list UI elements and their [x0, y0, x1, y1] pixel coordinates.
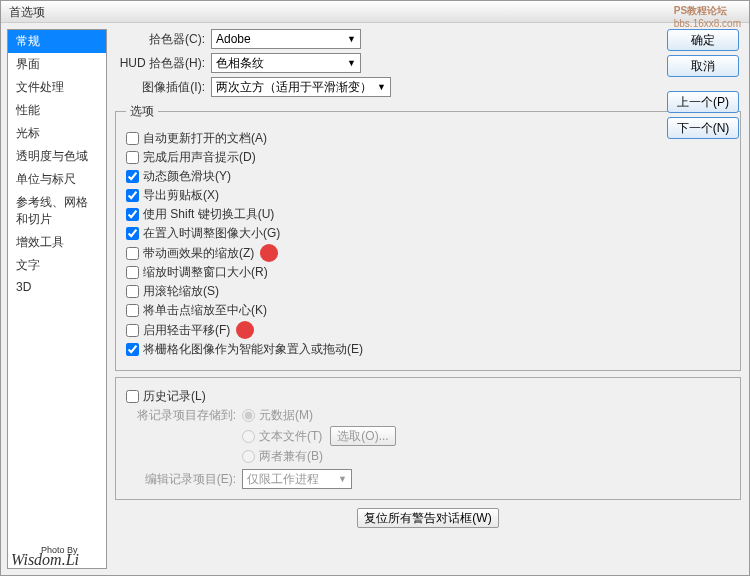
history-label: 历史记录(L) [143, 388, 206, 405]
option-row: 在置入时调整图像大小(G) [126, 225, 730, 242]
sidebar-item[interactable]: 参考线、网格和切片 [8, 191, 106, 231]
option-label: 动态颜色滑块(Y) [143, 168, 231, 185]
option-checkbox[interactable] [126, 208, 139, 221]
option-row: 自动更新打开的文档(A) [126, 130, 730, 147]
sidebar-item[interactable]: 单位与标尺 [8, 168, 106, 191]
interp-label: 图像插值(I): [115, 79, 205, 96]
option-row: 带动画效果的缩放(Z) [126, 244, 730, 262]
option-checkbox[interactable] [126, 227, 139, 240]
reset-warnings-button[interactable]: 复位所有警告对话框(W) [357, 508, 498, 528]
chevron-down-icon: ▼ [377, 82, 386, 92]
annotation-marker-icon [236, 321, 254, 339]
sidebar-item[interactable]: 文字 [8, 254, 106, 277]
option-checkbox[interactable] [126, 266, 139, 279]
options-fieldset: 选项 自动更新打开的文档(A)完成后用声音提示(D)动态颜色滑块(Y)导出剪贴板… [115, 103, 741, 371]
sidebar-item[interactable]: 界面 [8, 53, 106, 76]
button-column: 确定 取消 上一个(P) 下一个(N) [667, 29, 739, 139]
option-label: 缩放时调整窗口大小(R) [143, 264, 268, 281]
history-edit-dropdown: 仅限工作进程 ▼ [242, 469, 352, 489]
option-row: 启用轻击平移(F) [126, 321, 730, 339]
option-checkbox[interactable] [126, 151, 139, 164]
choose-button: 选取(O)... [330, 426, 395, 446]
option-label: 用滚轮缩放(S) [143, 283, 219, 300]
history-radio-textfile [242, 430, 255, 443]
option-label: 将栅格化图像作为智能对象置入或拖动(E) [143, 341, 363, 358]
option-checkbox[interactable] [126, 170, 139, 183]
sidebar-item[interactable]: 性能 [8, 99, 106, 122]
prev-button[interactable]: 上一个(P) [667, 91, 739, 113]
option-label: 自动更新打开的文档(A) [143, 130, 267, 147]
history-checkbox[interactable] [126, 390, 139, 403]
option-label: 导出剪贴板(X) [143, 187, 219, 204]
titlebar: 首选项 [1, 1, 749, 23]
option-label: 启用轻击平移(F) [143, 322, 230, 339]
cancel-button[interactable]: 取消 [667, 55, 739, 77]
ok-button[interactable]: 确定 [667, 29, 739, 51]
option-checkbox[interactable] [126, 247, 139, 260]
hud-picker-label: HUD 拾色器(H): [115, 55, 205, 72]
option-checkbox[interactable] [126, 304, 139, 317]
chevron-down-icon: ▼ [347, 58, 356, 68]
sidebar-item[interactable]: 透明度与色域 [8, 145, 106, 168]
option-checkbox[interactable] [126, 132, 139, 145]
watermark-bottom: Photo By Wisdom.Li [11, 545, 79, 569]
option-label: 完成后用声音提示(D) [143, 149, 256, 166]
interp-dropdown[interactable]: 两次立方（适用于平滑渐变） ▼ [211, 77, 391, 97]
option-row: 将单击点缩放至中心(K) [126, 302, 730, 319]
sidebar-item[interactable]: 3D [8, 277, 106, 297]
option-row: 完成后用声音提示(D) [126, 149, 730, 166]
option-row: 使用 Shift 键切换工具(U) [126, 206, 730, 223]
option-row: 缩放时调整窗口大小(R) [126, 264, 730, 281]
main-panel: 拾色器(C): Adobe ▼ HUD 拾色器(H): 色相条纹 ▼ 图像插值(… [107, 23, 749, 575]
option-row: 将栅格化图像作为智能对象置入或拖动(E) [126, 341, 730, 358]
picker-label: 拾色器(C): [115, 31, 205, 48]
option-row: 用滚轮缩放(S) [126, 283, 730, 300]
option-checkbox[interactable] [126, 285, 139, 298]
history-fieldset: 历史记录(L) 将记录项目存储到: 元数据(M) 文本文件(T) 选取(O)..… [115, 377, 741, 500]
option-label: 使用 Shift 键切换工具(U) [143, 206, 274, 223]
history-save-label: 将记录项目存储到: [126, 407, 236, 424]
sidebar-item[interactable]: 文件处理 [8, 76, 106, 99]
sidebar-item[interactable]: 光标 [8, 122, 106, 145]
option-label: 在置入时调整图像大小(G) [143, 225, 280, 242]
content-area: 常规界面文件处理性能光标透明度与色域单位与标尺参考线、网格和切片增效工具文字3D… [1, 23, 749, 575]
sidebar-item[interactable]: 增效工具 [8, 231, 106, 254]
option-checkbox[interactable] [126, 343, 139, 356]
history-radio-metadata [242, 409, 255, 422]
chevron-down-icon: ▼ [347, 34, 356, 44]
history-radio-both [242, 450, 255, 463]
option-label: 带动画效果的缩放(Z) [143, 245, 254, 262]
option-label: 将单击点缩放至中心(K) [143, 302, 267, 319]
sidebar-item[interactable]: 常规 [8, 30, 106, 53]
options-legend: 选项 [126, 103, 158, 120]
window-title: 首选项 [9, 5, 45, 19]
chevron-down-icon: ▼ [338, 474, 347, 484]
picker-dropdown[interactable]: Adobe ▼ [211, 29, 361, 49]
annotation-marker-icon [260, 244, 278, 262]
option-checkbox[interactable] [126, 324, 139, 337]
preferences-window: 首选项 PS教程论坛 bbs.16xx8.com 常规界面文件处理性能光标透明度… [0, 0, 750, 576]
sidebar: 常规界面文件处理性能光标透明度与色域单位与标尺参考线、网格和切片增效工具文字3D [7, 29, 107, 569]
hud-picker-dropdown[interactable]: 色相条纹 ▼ [211, 53, 361, 73]
option-row: 导出剪贴板(X) [126, 187, 730, 204]
next-button[interactable]: 下一个(N) [667, 117, 739, 139]
option-checkbox[interactable] [126, 189, 139, 202]
option-row: 动态颜色滑块(Y) [126, 168, 730, 185]
history-edit-label: 编辑记录项目(E): [126, 471, 236, 488]
